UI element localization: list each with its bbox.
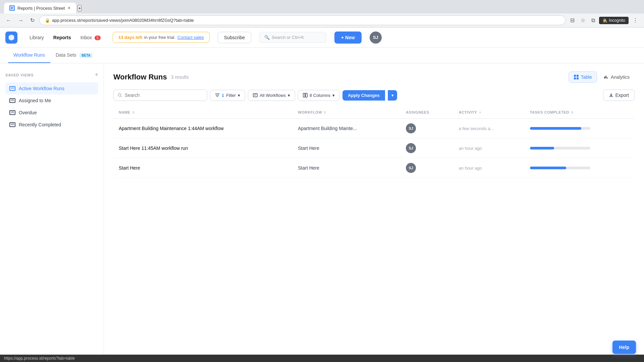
- tab-title: Reports | Process Street: [17, 6, 65, 11]
- incognito-label: Incognito: [609, 18, 625, 23]
- sidebar-item-assigned-to-me[interactable]: Assigned to Me: [5, 95, 98, 107]
- subscribe-button[interactable]: Subscribe: [218, 32, 251, 43]
- filter-icon: [215, 93, 220, 98]
- sidebar-item-overdue[interactable]: Overdue: [5, 107, 98, 119]
- apply-changes-button[interactable]: Apply Changes: [342, 90, 385, 101]
- app-logo[interactable]: [5, 32, 17, 44]
- filter-count: 1: [222, 93, 224, 98]
- th-activity[interactable]: ACTIVITY ▼: [453, 106, 525, 119]
- avatar[interactable]: SJ: [370, 32, 382, 44]
- contact-sales-link[interactable]: Contact sales: [177, 35, 204, 40]
- workflow-runs-table: NAME ⇅ WORKFLOW ⇅ ASSIGNEES: [113, 106, 635, 178]
- assigned-icon: [9, 98, 15, 103]
- sort-workflow[interactable]: WORKFLOW ⇅: [298, 110, 326, 114]
- workflows-chevron-icon: ▾: [288, 93, 290, 98]
- sidebar-add-button[interactable]: +: [95, 71, 98, 78]
- export-button[interactable]: Export: [603, 89, 635, 101]
- browser-toolbar-icons: ⊟ ☆ ⧉ 🕵 Incognito ⋮: [568, 16, 640, 25]
- columns-chevron-icon: ▾: [332, 93, 335, 98]
- nav-reports[interactable]: Reports: [49, 32, 75, 43]
- incognito-icon: 🕵: [602, 18, 607, 23]
- table-row[interactable]: Apartment Building Maintenance 1:44AM wo…: [113, 119, 635, 138]
- progress-bar-wrap-2: [530, 147, 590, 149]
- table-row[interactable]: Start Here Start Here SJ an hour ago: [113, 158, 635, 178]
- main-nav: Library Reports Inbox 5: [25, 32, 105, 43]
- incognito-badge: 🕵 Incognito: [599, 17, 629, 24]
- trial-banner: 13 days left in your free trial. Contact…: [113, 32, 210, 43]
- nav-inbox[interactable]: Inbox 5: [76, 32, 105, 43]
- trial-description: in your free trial.: [144, 35, 175, 40]
- run-name-1: Apartment Building Maintenance 1:44AM wo…: [119, 126, 224, 131]
- download-icon: [609, 93, 613, 98]
- extension-icon[interactable]: ⧉: [589, 16, 597, 25]
- view-toggle: Table Analytics: [569, 71, 635, 83]
- help-button[interactable]: Help: [612, 341, 636, 354]
- recently-completed-icon: [9, 122, 15, 127]
- apply-changes-dropdown[interactable]: ▾: [388, 90, 397, 101]
- svg-rect-2: [577, 75, 579, 77]
- columns-button[interactable]: 8 Columns ▾: [298, 90, 340, 101]
- sort-name-icon: ⇅: [132, 111, 135, 114]
- analytics-view-button[interactable]: Analytics: [598, 71, 635, 83]
- workflows-icon: [253, 93, 258, 98]
- table-view-button[interactable]: Table: [569, 71, 597, 83]
- sort-tasks[interactable]: TASKS COMPLETED ⇅: [530, 110, 574, 114]
- content-title: Workflow Runs: [113, 73, 167, 81]
- tab-data-sets[interactable]: Data Sets BETA: [50, 48, 98, 63]
- sidebar-section-title: SAVED VIEWS: [5, 73, 34, 77]
- filter-button[interactable]: 1 Filter ▾: [210, 90, 245, 101]
- progress-bar-wrap-1: [530, 127, 590, 130]
- overdue-icon: [9, 110, 15, 115]
- assignee-avatar-3: SJ: [406, 163, 416, 173]
- nav-library[interactable]: Library: [25, 32, 48, 43]
- new-tab-button[interactable]: +: [77, 5, 82, 11]
- activity-2: an hour ago: [459, 146, 482, 151]
- app-header: Library Reports Inbox 5 13 days left in …: [0, 27, 644, 48]
- sidebar-section-header: SAVED VIEWS +: [5, 71, 98, 78]
- tab-workflow-runs[interactable]: Workflow Runs: [8, 48, 50, 63]
- th-tasks-completed[interactable]: TASKS COMPLETED ⇅: [525, 106, 635, 119]
- content-header: Workflow Runs 3 results Table Analytics: [113, 71, 635, 83]
- more-options-icon[interactable]: ⋮: [631, 16, 640, 25]
- filter-chevron-icon: ▾: [238, 93, 240, 98]
- workflows-label: All Workflows: [260, 93, 286, 98]
- columns-label: 8 Columns: [310, 93, 330, 98]
- results-count: 3 results: [171, 74, 189, 80]
- sort-tasks-icon: ⇅: [571, 111, 574, 114]
- sidebar: SAVED VIEWS + Active Workflow Runs Assig…: [0, 63, 104, 362]
- th-workflow[interactable]: WORKFLOW ⇅: [292, 106, 400, 119]
- content-toolbar: 1 Filter ▾ All Workflows ▾ 8 Columns ▾ A…: [113, 89, 635, 101]
- address-bar: ← → ↻ 🔒 app.process.st/reports/saved-vie…: [0, 13, 644, 27]
- active-tab[interactable]: Reports | Process Street ✕: [4, 3, 76, 13]
- back-button[interactable]: ←: [4, 16, 13, 25]
- status-bar: https://app.process.st/reports?tab=table: [0, 355, 644, 362]
- page-tabs: Workflow Runs Data Sets BETA: [0, 48, 644, 63]
- search-input[interactable]: [125, 93, 203, 98]
- reload-button[interactable]: ↻: [28, 16, 37, 25]
- sort-name[interactable]: NAME ⇅: [119, 110, 135, 114]
- new-button[interactable]: + New: [334, 32, 362, 44]
- sidebar-item-active-workflow-runs[interactable]: Active Workflow Runs: [5, 82, 98, 95]
- svg-rect-4: [577, 77, 579, 79]
- sort-activity[interactable]: ACTIVITY ▼: [459, 110, 482, 114]
- bookmark-icon[interactable]: ☆: [579, 16, 587, 25]
- tab-close-button[interactable]: ✕: [67, 6, 71, 10]
- url-text: app.process.st/reports/saved-views/jximA…: [52, 18, 194, 23]
- url-bar[interactable]: 🔒 app.process.st/reports/saved-views/jxi…: [39, 15, 566, 25]
- content-area: Workflow Runs 3 results Table Analytics: [104, 63, 644, 362]
- table-icon: [574, 74, 579, 80]
- columns-icon: [303, 93, 308, 98]
- global-search-bar[interactable]: 🔍 Search or Ctrl+K: [259, 32, 326, 43]
- cast-icon[interactable]: ⊟: [568, 16, 577, 25]
- workflows-filter-button[interactable]: All Workflows ▾: [248, 90, 295, 101]
- svg-rect-7: [303, 93, 305, 97]
- sidebar-item-recently-completed[interactable]: Recently Completed: [5, 119, 98, 131]
- search-icon: [118, 93, 122, 98]
- sort-activity-icon: ▼: [479, 111, 482, 114]
- table-row[interactable]: Start Here 11:45AM workflow run Start He…: [113, 138, 635, 158]
- table-search-wrap[interactable]: [113, 89, 207, 101]
- svg-rect-8: [306, 93, 307, 97]
- th-name[interactable]: NAME ⇅: [113, 106, 292, 119]
- tab-bar: Reports | Process Street ✕ +: [4, 3, 640, 13]
- forward-button[interactable]: →: [16, 16, 25, 25]
